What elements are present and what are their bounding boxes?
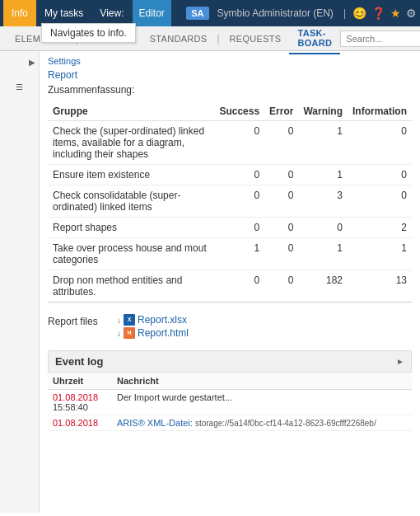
cell-information: 0 — [348, 165, 412, 185]
col-gruppe: Gruppe — [48, 102, 214, 121]
settings-link[interactable]: Settings — [48, 56, 412, 66]
cell-success: 0 — [214, 218, 264, 238]
list-icon: ☰ — [16, 82, 23, 91]
cell-warning: 3 — [298, 185, 348, 218]
download-icon-xlsx: ↓ — [117, 316, 121, 325]
cell-success: 0 — [214, 121, 264, 165]
cell-success: 0 — [214, 270, 264, 303]
cell-warning: 0 — [298, 218, 348, 238]
report-files-label: Report files — [48, 314, 114, 327]
cell-error: 0 — [264, 165, 298, 185]
cell-gruppe: Drop non method entities and attributes. — [48, 270, 214, 303]
table-row: Check consolidatable (super-ordinated) l… — [48, 185, 412, 218]
cell-gruppe: Check the (super-ordinated) linked items… — [48, 121, 214, 165]
event-msg: Der Import wurde gestartet... — [112, 390, 412, 415]
smiley-icon[interactable]: 😊 — [352, 7, 366, 20]
event-msg-text: Der Import wurde gestartet... — [117, 392, 232, 402]
tooltip: Navigates to info. — [41, 23, 136, 43]
cell-warning: 1 — [298, 238, 348, 270]
report-table: Gruppe Success Error Warning Information… — [48, 102, 412, 303]
cell-information: 2 — [348, 218, 412, 238]
cell-error: 0 — [264, 270, 298, 303]
cell-gruppe: Report shapes — [48, 218, 214, 238]
zusammenfassung-label: Zusammenfassung: — [48, 84, 412, 96]
star-icon[interactable]: ★ — [390, 7, 401, 20]
cell-gruppe: Check consolidatable (super-ordinated) l… — [48, 185, 214, 218]
nav-sep2: | — [217, 33, 219, 45]
event-date: 01.08.201815:58:40 — [48, 390, 112, 415]
download-icon-html: ↓ — [117, 329, 121, 338]
tab-taskboard[interactable]: TASK-BOARD — [289, 23, 340, 54]
event-log-header[interactable]: Event log ► — [48, 350, 412, 373]
report-xlsx-link[interactable]: ↓ X Report.xlsx — [117, 314, 189, 326]
tab-standards[interactable]: STANDARDS — [142, 29, 216, 49]
table-row: Ensure item existence 0 0 1 0 — [48, 165, 412, 185]
sidebar: ▶ ☰ — [0, 51, 40, 513]
event-log-row: 01.08.2018 ARIS® XML-Datei: storage://5a… — [48, 415, 412, 431]
table-row: Drop non method entities and attributes.… — [48, 270, 412, 303]
report-files: Report files ↓ X Report.xlsx ↓ H Report.… — [48, 314, 412, 339]
col-error: Error — [264, 102, 298, 121]
cell-information: 1 — [348, 238, 412, 270]
event-log-collapse-icon: ► — [396, 357, 404, 366]
nav-editor[interactable]: Editor — [133, 0, 171, 26]
search-area: 🔍 — [340, 30, 420, 47]
main-content: Settings Report Zusammenfassung: Gruppe … — [40, 51, 420, 513]
cell-warning: 182 — [298, 270, 348, 303]
cell-information: 0 — [348, 185, 412, 218]
html-icon: H — [124, 327, 135, 339]
report-files-links: ↓ X Report.xlsx ↓ H Report.html — [117, 314, 189, 339]
user-badge: SA — [186, 7, 208, 20]
event-msg-path: storage://5a14f0bc-cf14-4a12-8623-69cfff… — [195, 419, 376, 428]
cell-success: 0 — [214, 185, 264, 218]
cell-information: 13 — [348, 270, 412, 303]
report-link[interactable]: Report — [48, 69, 412, 81]
event-msg-label: ARIS® XML-Datei: — [117, 418, 195, 428]
table-row: Report shapes 0 0 0 2 — [48, 218, 412, 238]
cell-gruppe: Ensure item existence — [48, 165, 214, 185]
event-log-table: Uhrzeit Nachricht 01.08.201815:58:40 Der… — [48, 373, 412, 431]
nav-info[interactable]: Info — [3, 0, 36, 26]
cell-warning: 1 — [298, 121, 348, 165]
cell-success: 1 — [214, 238, 264, 270]
help-icon[interactable]: ❓ — [371, 7, 385, 20]
nav-separator: | — [342, 7, 348, 19]
event-date: 01.08.2018 — [48, 415, 112, 431]
gear-icon[interactable]: ⚙ — [406, 7, 417, 20]
search-input[interactable] — [340, 30, 420, 47]
sidebar-toggle[interactable]: ▶ — [29, 58, 35, 67]
col-information: Information — [348, 102, 412, 121]
table-row: Check the (super-ordinated) linked items… — [48, 121, 412, 165]
xlsx-icon: X — [124, 314, 135, 326]
cell-information: 0 — [348, 121, 412, 165]
col-uhrzeit: Uhrzeit — [48, 373, 112, 390]
user-name: Symbio Administrator (EN) — [214, 7, 337, 19]
cell-error: 0 — [264, 218, 298, 238]
event-log-title: Event log — [55, 355, 104, 368]
cell-warning: 1 — [298, 165, 348, 185]
cell-error: 0 — [264, 121, 298, 165]
event-log-row: 01.08.201815:58:40 Der Import wurde gest… — [48, 390, 412, 415]
col-success: Success — [214, 102, 264, 121]
content-area: ▶ ☰ Settings Report Zusammenfassung: Gru… — [0, 51, 420, 513]
sidebar-list-icon[interactable]: ☰ — [0, 76, 39, 98]
table-row: Take over process house and mout categor… — [48, 238, 412, 270]
top-nav-bar: Info My tasks View: Editor SA Symbio Adm… — [0, 0, 420, 26]
col-warning: Warning — [298, 102, 348, 121]
event-msg: ARIS® XML-Datei: storage://5a14f0bc-cf14… — [112, 415, 412, 431]
report-html-link[interactable]: ↓ H Report.html — [117, 327, 189, 339]
xlsx-filename: Report.xlsx — [138, 314, 187, 326]
cell-error: 0 — [264, 238, 298, 270]
col-nachricht: Nachricht — [112, 373, 412, 390]
cell-error: 0 — [264, 185, 298, 218]
tab-requests[interactable]: REQUESTS — [222, 29, 290, 49]
cell-success: 0 — [214, 165, 264, 185]
cell-gruppe: Take over process house and mout categor… — [48, 238, 214, 270]
html-filename: Report.html — [138, 327, 189, 339]
